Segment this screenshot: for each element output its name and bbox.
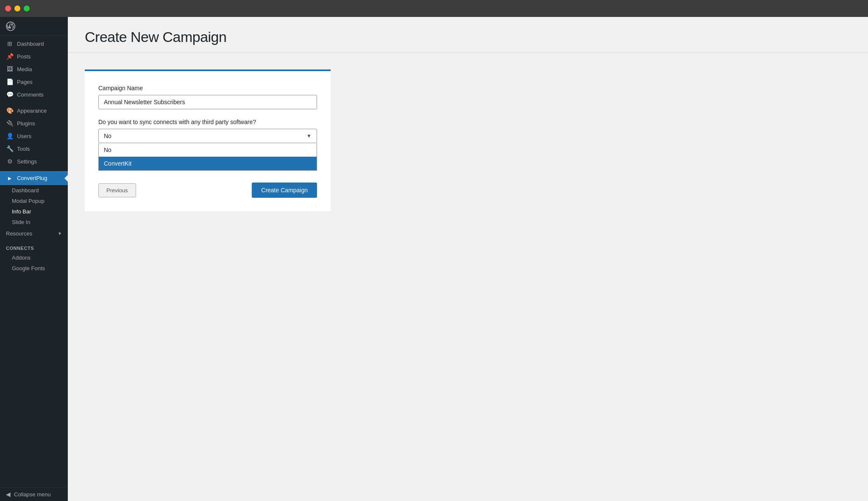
sidebar-item-label: Users: [17, 133, 31, 139]
sidebar-subitem-google-fonts[interactable]: Google Fonts: [0, 263, 68, 274]
dashboard-icon: ⊞: [6, 40, 14, 47]
dropdown-selected-value: No: [104, 133, 111, 139]
sidebar-item-comments[interactable]: 💬 Comments: [0, 88, 68, 101]
chevron-down-icon: ▼: [58, 231, 62, 236]
sidebar-item-plugins[interactable]: 🔌 Plugins: [0, 117, 68, 130]
sync-dropdown-options: No ConvertKit: [98, 143, 317, 171]
convertplug-icon: ▸: [6, 174, 14, 182]
sidebar-subitem-resources[interactable]: Resources ▼: [0, 227, 68, 240]
sidebar-item-tools[interactable]: 🔧 Tools: [0, 142, 68, 155]
campaign-name-label: Campaign Name: [98, 85, 317, 91]
sidebar-item-label: Comments: [17, 91, 44, 98]
sync-dropdown[interactable]: No ▼: [98, 129, 317, 143]
main-content: Create New Campaign Campaign Name Do you…: [68, 17, 868, 501]
sidebar-item-label: Tools: [17, 146, 30, 152]
sync-dropdown-wrapper: No ▼ No ConvertKit: [98, 129, 317, 143]
sync-field-group: Do you want to sync connects with any th…: [98, 119, 317, 143]
sidebar-item-settings[interactable]: ⚙ Settings: [0, 155, 68, 168]
pages-icon: 📄: [6, 78, 14, 85]
sidebar-item-label: Settings: [17, 158, 37, 165]
media-icon: 🖼: [6, 66, 14, 72]
sidebar-item-pages[interactable]: 📄 Pages: [0, 75, 68, 88]
sidebar-item-label: Dashboard: [17, 41, 44, 47]
comments-icon: 💬: [6, 91, 14, 98]
sidebar-item-label: Media: [17, 66, 32, 72]
maximize-button[interactable]: [24, 6, 30, 11]
sidebar-subitem-info-bar[interactable]: Info Bar: [0, 206, 68, 217]
sidebar-item-media[interactable]: 🖼 Media: [0, 63, 68, 75]
wp-logo-icon: [6, 22, 15, 31]
appearance-icon: 🎨: [6, 107, 14, 114]
users-icon: 👤: [6, 133, 14, 139]
dropdown-option-no[interactable]: No: [99, 143, 317, 157]
sidebar-navigation: ⊞ Dashboard 📌 Posts 🖼 Media 📄 Pages 💬 Co…: [0, 36, 68, 487]
create-campaign-button[interactable]: Create Campaign: [252, 183, 317, 198]
collapse-menu-button[interactable]: ◀ Collapse menu: [0, 487, 68, 501]
page-body: Campaign Name Do you want to sync connec…: [68, 53, 868, 501]
sidebar-subitem-modal-popup[interactable]: Modal Popup: [0, 196, 68, 206]
chevron-down-icon: ▼: [306, 133, 312, 139]
page-header: Create New Campaign: [68, 17, 868, 53]
minimize-button[interactable]: [14, 6, 20, 11]
settings-icon: ⚙: [6, 158, 14, 165]
page-title: Create New Campaign: [85, 29, 851, 45]
campaign-name-field-group: Campaign Name: [98, 85, 317, 109]
titlebar: [0, 0, 868, 17]
sync-label: Do you want to sync connects with any th…: [98, 119, 317, 125]
form-footer: Previous Create Campaign: [98, 181, 317, 198]
connects-section-header: Connects: [0, 240, 68, 252]
sidebar-item-users[interactable]: 👤 Users: [0, 130, 68, 142]
dropdown-option-convertkit[interactable]: ConvertKit: [99, 157, 317, 170]
sidebar-subitem-dashboard[interactable]: Dashboard: [0, 185, 68, 196]
previous-button[interactable]: Previous: [98, 183, 136, 197]
campaign-form-card: Campaign Name Do you want to sync connec…: [85, 69, 331, 211]
sidebar-subitem-addons[interactable]: Addons: [0, 252, 68, 263]
sidebar-item-label: Plugins: [17, 120, 35, 127]
posts-icon: 📌: [6, 53, 14, 60]
collapse-icon: ◀: [6, 491, 11, 498]
sidebar-subitem-slide-in[interactable]: Slide In: [0, 217, 68, 227]
plugins-icon: 🔌: [6, 120, 14, 127]
sidebar-item-convertplug[interactable]: ▸ ConvertPlug: [0, 171, 68, 185]
sidebar-item-posts[interactable]: 📌 Posts: [0, 50, 68, 63]
sidebar-item-label: ConvertPlug: [17, 175, 47, 181]
sidebar-item-label: Posts: [17, 53, 31, 60]
collapse-label: Collapse menu: [14, 491, 51, 498]
app-wrapper: ⊞ Dashboard 📌 Posts 🖼 Media 📄 Pages 💬 Co…: [0, 17, 868, 501]
sidebar-item-label: Pages: [17, 79, 33, 85]
tools-icon: 🔧: [6, 145, 14, 152]
close-button[interactable]: [5, 6, 11, 11]
sidebar-top: [0, 17, 68, 36]
campaign-name-input[interactable]: [98, 95, 317, 109]
sidebar-item-appearance[interactable]: 🎨 Appearance: [0, 104, 68, 117]
sidebar: ⊞ Dashboard 📌 Posts 🖼 Media 📄 Pages 💬 Co…: [0, 17, 68, 501]
sidebar-item-dashboard[interactable]: ⊞ Dashboard: [0, 37, 68, 50]
sidebar-item-label: Appearance: [17, 108, 47, 114]
active-indicator: [64, 175, 68, 182]
